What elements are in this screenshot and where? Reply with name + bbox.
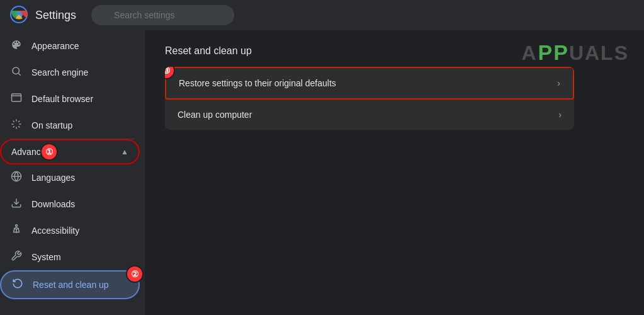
sidebar-label-appearance: Appearance: [31, 41, 79, 51]
sidebar-item-appearance[interactable]: Appearance: [0, 33, 140, 59]
sidebar-label-system: System: [31, 252, 61, 262]
app-title: Settings: [35, 9, 76, 22]
search-input[interactable]: [91, 5, 234, 25]
badge-1: ①: [40, 143, 58, 161]
search-wrapper: 🔍: [91, 5, 469, 25]
badge-3: ③: [165, 67, 175, 79]
sidebar-item-system[interactable]: System: [0, 244, 140, 270]
clean-up-arrow: ›: [558, 110, 562, 120]
accessibility-icon: [10, 224, 23, 238]
clean-up-row[interactable]: Clean up computer ›: [165, 100, 574, 130]
advanced-chevron: ▲: [121, 147, 128, 156]
settings-list: Restore settings to their original defau…: [165, 67, 574, 130]
sidebar-item-search-engine[interactable]: Search engine: [0, 59, 140, 86]
sidebar-item-on-startup[interactable]: On startup: [0, 112, 140, 139]
appearance-icon: [10, 39, 23, 53]
clean-up-label: Clean up computer: [178, 110, 558, 120]
on-startup-icon: [10, 118, 23, 132]
svg-point-7: [16, 225, 18, 227]
reset-icon: [11, 278, 24, 292]
svg-line-3: [18, 73, 20, 75]
downloads-icon: [10, 197, 23, 211]
sidebar-item-languages[interactable]: Languages: [0, 164, 140, 191]
sidebar-label-on-startup: On startup: [31, 120, 72, 130]
languages-icon: [10, 171, 23, 185]
system-icon: [10, 250, 23, 264]
restore-settings-row[interactable]: Restore settings to their original defau…: [165, 67, 574, 100]
svg-point-2: [13, 67, 20, 74]
main-content: APPUALS Reset and clean up Restore setti…: [145, 30, 644, 315]
sidebar-label-reset: Reset and clean up: [33, 280, 109, 290]
sidebar-advanced-header[interactable]: Advanced ▲ ①: [0, 139, 140, 164]
sidebar-label-accessibility: Accessibility: [31, 226, 79, 236]
watermark: APPUALS: [521, 40, 629, 65]
sidebar-label-downloads: Downloads: [31, 199, 75, 209]
svg-rect-4: [12, 94, 21, 101]
search-engine-icon: [10, 66, 23, 79]
default-browser-icon: [10, 92, 23, 106]
restore-settings-arrow: ›: [557, 78, 560, 88]
sidebar-item-reset[interactable]: Reset and clean up ②: [0, 270, 140, 299]
app-body: Appearance Search engine Default browser…: [0, 30, 644, 315]
badge-2: ②: [126, 265, 144, 283]
sidebar-label-languages: Languages: [31, 173, 75, 183]
sidebar-label-search-engine: Search engine: [31, 67, 88, 77]
chrome-logo: [10, 6, 28, 25]
sidebar-item-downloads[interactable]: Downloads: [0, 191, 140, 217]
sidebar-item-accessibility[interactable]: Accessibility: [0, 217, 140, 244]
sidebar: Appearance Search engine Default browser…: [0, 30, 145, 315]
sidebar-label-default-browser: Default browser: [31, 94, 93, 104]
app-header: Settings 🔍: [0, 0, 644, 30]
restore-settings-label: Restore settings to their original defau…: [179, 78, 557, 88]
sidebar-item-default-browser[interactable]: Default browser: [0, 86, 140, 112]
